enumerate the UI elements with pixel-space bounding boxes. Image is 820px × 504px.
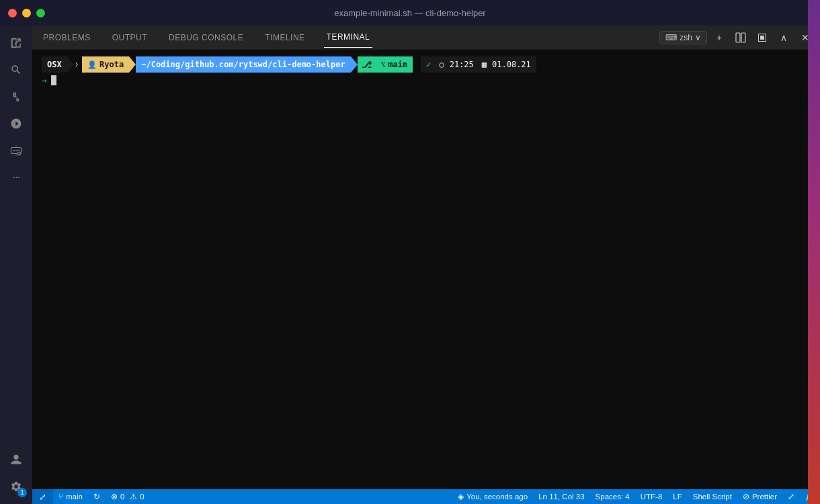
position-text: Ln 11, Col 33	[538, 493, 584, 501]
branch-icon-status: ⑂	[58, 493, 63, 501]
status-line-ending[interactable]: LF	[667, 489, 687, 504]
shell-label: zsh	[680, 33, 692, 42]
path-text: ~/Coding/github.com/rytswd/cli-demo-help…	[141, 60, 345, 69]
line-ending-text: LF	[673, 493, 682, 501]
tab-output[interactable]: OUTPUT	[110, 28, 150, 48]
source-control-icon-status: ◈	[458, 492, 464, 501]
tab-problems[interactable]: PROBLEMS	[40, 28, 93, 48]
user-icon: 👤	[87, 60, 97, 69]
spaces-text: Spaces: 4	[596, 493, 630, 501]
osx-label: OSX	[47, 60, 62, 69]
time-display: 21:25	[450, 60, 474, 69]
side-decoration	[808, 0, 820, 504]
formatter-icon: ⊘	[743, 492, 749, 501]
terminal-cursor	[51, 75, 56, 85]
chevron-down-icon: ∨	[695, 33, 701, 42]
main-content: PROBLEMS OUTPUT DEBUG CONSOLE TIMELINE T…	[32, 26, 820, 504]
source-control-icon[interactable]	[4, 85, 28, 109]
activity-bar-bottom: 1	[4, 448, 28, 504]
prompt-git-segment: ⎇	[358, 56, 376, 73]
prompt-osx-segment: OSX	[42, 56, 67, 73]
branch-name-status: main	[66, 493, 83, 501]
minimize-button[interactable]	[22, 9, 31, 17]
explorer-icon[interactable]	[4, 31, 28, 55]
terminal-icon: ⌨	[665, 33, 677, 42]
terminal-shell-selector[interactable]: ⌨ zsh ∨	[659, 31, 707, 44]
svg-rect-7	[741, 33, 745, 42]
status-language[interactable]: Shell Script	[688, 489, 737, 504]
error-icon: ⊗	[111, 492, 118, 501]
account-icon[interactable]	[4, 448, 28, 472]
status-bar: ⤢ ⑂ main ↻ ⊗ 0 ⚠ 0 ◈	[32, 489, 820, 504]
maximize-button[interactable]	[36, 9, 45, 17]
prompt-user-segment: 👤 Ryota	[82, 56, 129, 73]
clock-icon: ○	[439, 60, 444, 69]
status-remote-conn[interactable]: ⤢	[782, 489, 800, 504]
title-bar: example-minimal.sh — cli-demo-helper	[0, 0, 820, 26]
remote-explorer-icon[interactable]	[4, 138, 28, 163]
kill-terminal-button[interactable]	[753, 28, 772, 47]
status-position[interactable]: Ln 11, Col 33	[533, 489, 589, 504]
error-count: 0	[120, 493, 124, 501]
status-encoding[interactable]: UTF-8	[635, 489, 668, 504]
language-text: Shell Script	[693, 493, 732, 501]
terminal-cursor-line: →	[42, 75, 811, 85]
status-bar-left: ⤢ ⑂ main ↻ ⊗ 0 ⚠ 0	[32, 489, 150, 504]
panel-header: PROBLEMS OUTPUT DEBUG CONSOLE TIMELINE T…	[32, 26, 820, 50]
prompt-chevron: ›	[74, 59, 79, 70]
activity-bar: ··· 1	[0, 26, 32, 504]
svg-point-2	[13, 150, 15, 151]
source-control-text: You, seconds ago	[466, 493, 528, 501]
svg-rect-6	[736, 33, 740, 42]
add-terminal-button[interactable]: +	[710, 28, 729, 47]
terminal-area[interactable]: OSX › 👤 Ryota ~/Coding/github.com/rytswd…	[32, 50, 820, 489]
traffic-lights	[8, 9, 45, 17]
warning-icon: ⚠	[130, 492, 137, 501]
collapse-panel-button[interactable]: ∧	[774, 28, 793, 47]
warning-count: 0	[140, 493, 144, 501]
app-container: ··· 1 PROBLEMS OUTPUT DEBUG CON	[0, 26, 820, 504]
split-terminal-button[interactable]	[731, 28, 750, 47]
check-icon: ✓	[426, 60, 431, 69]
prompt-arrow: →	[42, 75, 47, 85]
panel-actions: ⌨ zsh ∨ +	[654, 28, 820, 47]
search-icon[interactable]	[4, 58, 28, 82]
activity-bar-top: ···	[4, 31, 28, 448]
remote-conn-icon: ⤢	[788, 492, 794, 501]
run-debug-icon[interactable]	[4, 112, 28, 136]
status-errors[interactable]: ⊗ 0 ⚠ 0	[106, 489, 150, 504]
status-sync[interactable]: ↻	[88, 489, 106, 504]
status-branch[interactable]: ⑂ main	[53, 489, 88, 504]
status-source-control[interactable]: ◈ You, seconds ago	[452, 489, 533, 504]
close-button[interactable]	[8, 9, 17, 17]
status-bar-right: ◈ You, seconds ago Ln 11, Col 33 Spaces:…	[452, 489, 820, 504]
window-title: example-minimal.sh — cli-demo-helper	[334, 8, 485, 18]
formatter-text: Prettier	[752, 493, 777, 501]
date-display: 01.08.21	[492, 60, 531, 69]
panel-tabs: PROBLEMS OUTPUT DEBUG CONSOLE TIMELINE T…	[32, 27, 654, 48]
status-spaces[interactable]: Spaces: 4	[590, 489, 635, 504]
status-remote[interactable]: ⤢	[32, 489, 53, 504]
branch-name: main	[388, 60, 407, 69]
username: Ryota	[99, 60, 124, 69]
terminal-prompt-line: OSX › 👤 Ryota ~/Coding/github.com/rytswd…	[42, 56, 811, 73]
prompt-path-segment: ~/Coding/github.com/rytswd/cli-demo-help…	[136, 56, 350, 73]
status-formatter[interactable]: ⊘ Prettier	[737, 489, 782, 504]
tab-timeline[interactable]: TIMELINE	[262, 28, 307, 48]
sync-icon: ↻	[93, 492, 100, 501]
prompt-status-segment: ✓ ○ 21:25 ▦ 01.08.21	[421, 56, 536, 73]
encoding-text: UTF-8	[641, 493, 663, 501]
remote-icon: ⤢	[39, 492, 46, 502]
tab-debug-console[interactable]: DEBUG CONSOLE	[166, 28, 246, 48]
git-icon: ⎇	[362, 60, 372, 70]
settings-icon[interactable]: 1	[4, 474, 28, 499]
tab-terminal[interactable]: TERMINAL	[324, 27, 373, 48]
more-extensions-icon[interactable]: ···	[4, 165, 28, 190]
calendar-icon: ▦	[482, 60, 487, 69]
